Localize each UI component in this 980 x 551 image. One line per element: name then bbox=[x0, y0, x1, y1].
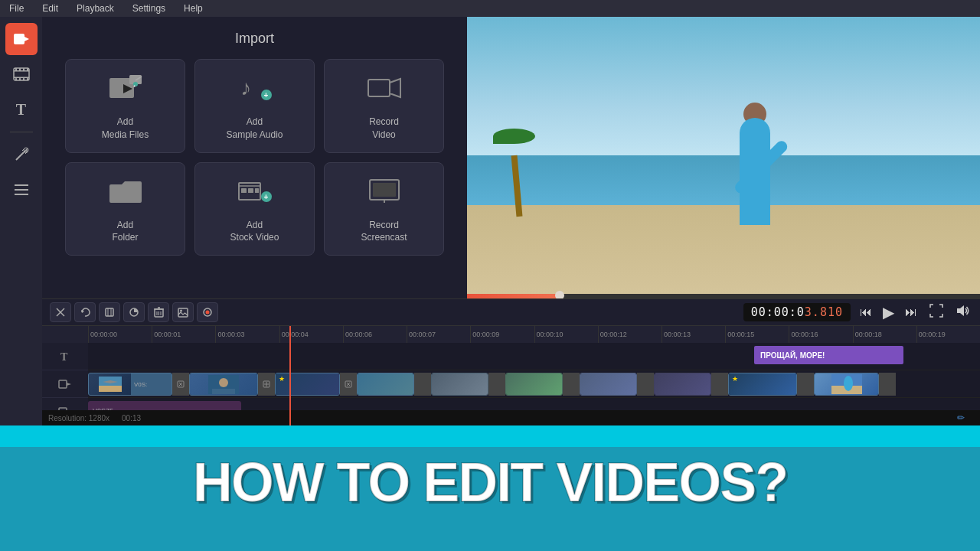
ruler-mark-7: 00:00:10 bbox=[534, 326, 598, 343]
video-clip-3[interactable]: ★ bbox=[275, 373, 340, 396]
volume-btn[interactable] bbox=[952, 302, 972, 322]
video-clip-6[interactable] bbox=[505, 373, 563, 396]
status-edit-icon[interactable]: ✏ bbox=[957, 412, 965, 423]
svg-rect-36 bbox=[255, 188, 259, 193]
toolbar-image[interactable] bbox=[172, 302, 194, 322]
import-grid: + AddMedia Files ♪ + AddSample Audio bbox=[42, 59, 467, 256]
clip-connector-5 bbox=[488, 373, 505, 396]
add-stock-icon: + bbox=[237, 177, 273, 211]
svg-rect-0 bbox=[14, 34, 24, 44]
video-clip-1[interactable]: V0S: bbox=[88, 373, 172, 396]
toolbar-undo[interactable] bbox=[74, 302, 96, 322]
import-add-folder[interactable]: AddFolder bbox=[65, 162, 185, 256]
beach-palm bbox=[493, 125, 539, 217]
clip-connector-8 bbox=[711, 373, 728, 396]
svg-rect-8 bbox=[27, 68, 28, 70]
time-highlight: 3.810 bbox=[805, 305, 843, 319]
ruler-mark-6: 00:00:09 bbox=[470, 326, 534, 343]
sidebar-btn-film[interactable] bbox=[5, 58, 38, 90]
video-preview bbox=[467, 17, 980, 294]
add-folder-label: AddFolder bbox=[112, 219, 138, 245]
star-icon: ★ bbox=[279, 375, 285, 383]
svg-rect-9 bbox=[15, 78, 17, 80]
caption-bar[interactable]: ПРОЩАЙ, МОРЕ! bbox=[754, 346, 903, 364]
fullscreen-btn[interactable] bbox=[926, 302, 946, 322]
sidebar-btn-menu[interactable] bbox=[5, 174, 38, 206]
play-pause-btn[interactable]: ▶ bbox=[880, 302, 897, 323]
caption-text: ПРОЩАЙ, МОРЕ! bbox=[760, 351, 825, 360]
svg-marker-63 bbox=[67, 383, 71, 386]
ruler-mark-12: 00:00:18 bbox=[853, 326, 916, 343]
skip-forward-btn[interactable]: ⏭ bbox=[902, 304, 920, 321]
video-clip-10[interactable] bbox=[814, 373, 879, 396]
ruler-mark-10: 00:00:15 bbox=[725, 326, 789, 343]
yt-title: HOW TO EDIT VIDEOS? bbox=[0, 455, 980, 510]
menu-file[interactable]: File bbox=[6, 2, 27, 15]
svg-rect-11 bbox=[23, 78, 24, 80]
record-screencast-label: RecordScreencast bbox=[361, 219, 407, 245]
playback-controls: ⏮ ▶ ⏭ bbox=[857, 302, 920, 323]
record-screencast-icon bbox=[367, 177, 402, 211]
time-prefix: 00:00:0 bbox=[751, 305, 805, 319]
svg-rect-7 bbox=[23, 68, 24, 70]
svg-rect-42 bbox=[373, 183, 396, 197]
svg-line-13 bbox=[16, 152, 24, 160]
menu-help[interactable]: Help bbox=[181, 2, 206, 15]
menu-playback[interactable]: Playback bbox=[74, 2, 117, 15]
toolbar-color[interactable] bbox=[123, 302, 145, 322]
ruler-mark-9: 00:00:13 bbox=[662, 326, 725, 343]
svg-rect-30 bbox=[368, 80, 390, 96]
import-record-screencast[interactable]: RecordScreencast bbox=[324, 162, 444, 256]
import-add-stock[interactable]: + AddStock Video bbox=[194, 162, 315, 256]
palm-leaf bbox=[493, 129, 535, 144]
import-add-audio[interactable]: ♪ + AddSample Audio bbox=[194, 59, 315, 153]
svg-point-73 bbox=[219, 378, 228, 387]
video-clip-5[interactable] bbox=[431, 373, 488, 396]
add-stock-label: AddStock Video bbox=[230, 219, 279, 245]
clip-connector-9 bbox=[797, 373, 814, 396]
video-clip-2[interactable] bbox=[189, 373, 258, 396]
menu-settings[interactable]: Settings bbox=[129, 2, 168, 15]
video-clip-4[interactable] bbox=[357, 373, 414, 396]
ruler-mark-1: 00:00:01 bbox=[152, 326, 215, 343]
timeline-ruler: 00:00:00 00:00:01 00:00:03 00:00:04 00:0… bbox=[42, 326, 980, 343]
toolbar-cut[interactable] bbox=[50, 302, 71, 322]
video-frame bbox=[467, 17, 980, 294]
skip-back-btn[interactable]: ⏮ bbox=[857, 304, 875, 321]
video-clip-7[interactable] bbox=[580, 373, 637, 396]
toolbar-area: 00:00:03.810 ⏮ ▶ ⏭ bbox=[42, 298, 980, 326]
toolbar-crop[interactable] bbox=[99, 302, 120, 322]
ruler-mark-0: 00:00:00 bbox=[88, 326, 152, 343]
svg-text:T: T bbox=[60, 351, 68, 363]
track-label-text: T bbox=[42, 343, 88, 370]
sidebar-btn-video[interactable] bbox=[5, 23, 38, 55]
ruler-mark-5: 00:00:07 bbox=[407, 326, 470, 343]
beach-figure bbox=[709, 57, 801, 225]
video-clip-9[interactable]: ★ bbox=[728, 373, 797, 396]
svg-marker-1 bbox=[24, 37, 29, 41]
sidebar-btn-text[interactable]: T bbox=[5, 93, 38, 126]
import-add-media[interactable]: + AddMedia Files bbox=[65, 59, 185, 153]
ruler-mark-13: 00:00:19 bbox=[916, 326, 980, 343]
playhead-line bbox=[289, 326, 291, 425]
ruler-mark-11: 00:00:16 bbox=[789, 326, 852, 343]
clip-connector-10 bbox=[879, 373, 896, 396]
svg-rect-3 bbox=[14, 70, 29, 72]
figure-body bbox=[740, 118, 770, 225]
toolbar-record[interactable] bbox=[197, 302, 218, 322]
svg-rect-4 bbox=[14, 77, 29, 79]
menu-edit[interactable]: Edit bbox=[39, 2, 61, 15]
status-resolution: Resolution: 1280x bbox=[48, 414, 109, 422]
ruler-mark-4: 00:00:06 bbox=[343, 326, 407, 343]
svg-marker-60 bbox=[957, 305, 964, 316]
add-media-label: AddMedia Files bbox=[102, 116, 149, 142]
ruler-mark-8: 00:00:12 bbox=[598, 326, 662, 343]
svg-text:+: + bbox=[263, 91, 268, 99]
sidebar-btn-magic[interactable] bbox=[5, 139, 38, 171]
toolbar-delete[interactable] bbox=[148, 302, 169, 322]
star-icon-2: ★ bbox=[732, 375, 738, 383]
import-panel: Import + AddMedia Files ♪ + bbox=[42, 17, 467, 315]
video-clip-8[interactable] bbox=[654, 373, 711, 396]
clip-connector-7 bbox=[637, 373, 654, 396]
import-record-video[interactable]: RecordVideo bbox=[324, 59, 444, 153]
